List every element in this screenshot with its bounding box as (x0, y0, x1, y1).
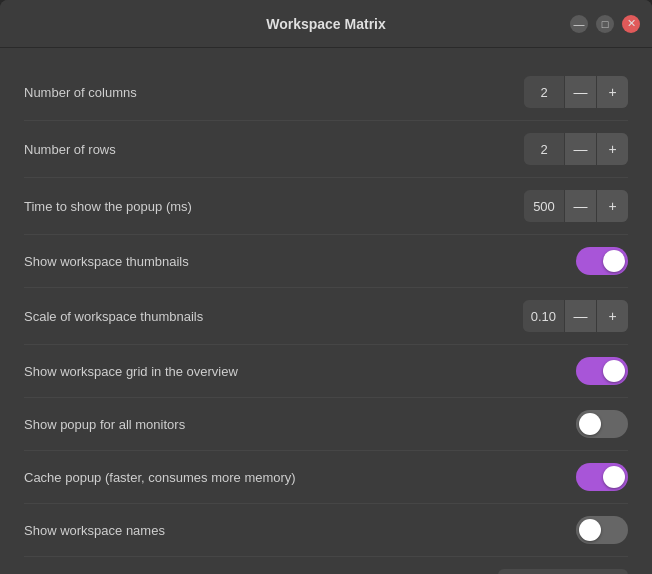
stepper-value-popup-time: 500 (524, 193, 564, 220)
label-show-grid: Show workspace grid in the overview (24, 364, 238, 379)
minus-icon: — (574, 308, 588, 324)
control-show-thumbnails (576, 247, 628, 275)
row-scale-thumbnails: Scale of workspace thumbnails0.10—+ (24, 288, 628, 345)
minus-icon: — (574, 84, 588, 100)
maximize-button[interactable]: □ (596, 15, 614, 33)
maximize-icon: □ (602, 18, 609, 30)
window-title: Workspace Matrix (92, 16, 560, 32)
label-show-names: Show workspace names (24, 523, 165, 538)
minus-icon: — (574, 141, 588, 157)
stepper-value-num-columns: 2 (524, 79, 564, 106)
app-window: Workspace Matrix — □ ✕ Number of columns… (0, 0, 652, 574)
stepper-value-scale-thumbnails: 0.10 (523, 303, 564, 330)
dropdown-wrap-wraparound: NoneWrapNo Wrap (498, 569, 628, 574)
stepper-minus-popup-time[interactable]: — (564, 190, 596, 222)
plus-icon: + (608, 198, 616, 214)
toggle-cache-popup[interactable] (576, 463, 628, 491)
stepper-num-rows: 2—+ (524, 133, 628, 165)
toggle-thumb-show-thumbnails (603, 250, 625, 272)
toggle-thumb-show-names (579, 519, 601, 541)
plus-icon: + (608, 308, 616, 324)
toggle-thumb-all-monitors (579, 413, 601, 435)
toggle-track-all-monitors (576, 410, 628, 438)
toggle-track-show-grid (576, 357, 628, 385)
label-num-rows: Number of rows (24, 142, 116, 157)
titlebar: Workspace Matrix — □ ✕ (0, 0, 652, 48)
control-show-grid (576, 357, 628, 385)
dropdown-wraparound[interactable]: NoneWrapNo Wrap (498, 569, 628, 574)
row-all-monitors: Show popup for all monitors (24, 398, 628, 451)
toggle-thumb-cache-popup (603, 466, 625, 488)
stepper-popup-time: 500—+ (524, 190, 628, 222)
stepper-minus-num-columns[interactable]: — (564, 76, 596, 108)
control-all-monitors (576, 410, 628, 438)
toggle-show-grid[interactable] (576, 357, 628, 385)
control-show-names (576, 516, 628, 544)
minimize-icon: — (574, 18, 585, 30)
control-num-columns: 2—+ (524, 76, 628, 108)
control-cache-popup (576, 463, 628, 491)
stepper-plus-num-rows[interactable]: + (596, 133, 628, 165)
row-show-names: Show workspace names (24, 504, 628, 557)
toggle-thumb-show-grid (603, 360, 625, 382)
toggle-show-names[interactable] (576, 516, 628, 544)
toggle-track-show-names (576, 516, 628, 544)
stepper-minus-num-rows[interactable]: — (564, 133, 596, 165)
plus-icon: + (608, 84, 616, 100)
row-show-grid: Show workspace grid in the overview (24, 345, 628, 398)
label-popup-time: Time to show the popup (ms) (24, 199, 192, 214)
stepper-plus-num-columns[interactable]: + (596, 76, 628, 108)
label-scale-thumbnails: Scale of workspace thumbnails (24, 309, 203, 324)
stepper-plus-popup-time[interactable]: + (596, 190, 628, 222)
plus-icon: + (608, 141, 616, 157)
row-cache-popup: Cache popup (faster, consumes more memor… (24, 451, 628, 504)
label-show-thumbnails: Show workspace thumbnails (24, 254, 189, 269)
stepper-plus-scale-thumbnails[interactable]: + (596, 300, 628, 332)
row-num-rows: Number of rows2—+ (24, 121, 628, 178)
label-num-columns: Number of columns (24, 85, 137, 100)
control-scale-thumbnails: 0.10—+ (523, 300, 628, 332)
toggle-track-show-thumbnails (576, 247, 628, 275)
window-controls: — □ ✕ (560, 15, 640, 33)
toggle-track-cache-popup (576, 463, 628, 491)
settings-content: Number of columns2—+Number of rows2—+Tim… (0, 48, 652, 574)
label-cache-popup: Cache popup (faster, consumes more memor… (24, 470, 296, 485)
toggle-show-thumbnails[interactable] (576, 247, 628, 275)
stepper-value-num-rows: 2 (524, 136, 564, 163)
stepper-minus-scale-thumbnails[interactable]: — (564, 300, 596, 332)
minus-icon: — (574, 198, 588, 214)
control-wraparound: NoneWrapNo Wrap (498, 569, 628, 574)
minimize-button[interactable]: — (570, 15, 588, 33)
close-icon: ✕ (627, 17, 636, 30)
label-all-monitors: Show popup for all monitors (24, 417, 185, 432)
control-popup-time: 500—+ (524, 190, 628, 222)
row-popup-time: Time to show the popup (ms)500—+ (24, 178, 628, 235)
stepper-scale-thumbnails: 0.10—+ (523, 300, 628, 332)
row-wraparound: Wraparound modeNoneWrapNo Wrap (24, 557, 628, 574)
close-button[interactable]: ✕ (622, 15, 640, 33)
toggle-all-monitors[interactable] (576, 410, 628, 438)
row-num-columns: Number of columns2—+ (24, 64, 628, 121)
stepper-num-columns: 2—+ (524, 76, 628, 108)
control-num-rows: 2—+ (524, 133, 628, 165)
row-show-thumbnails: Show workspace thumbnails (24, 235, 628, 288)
